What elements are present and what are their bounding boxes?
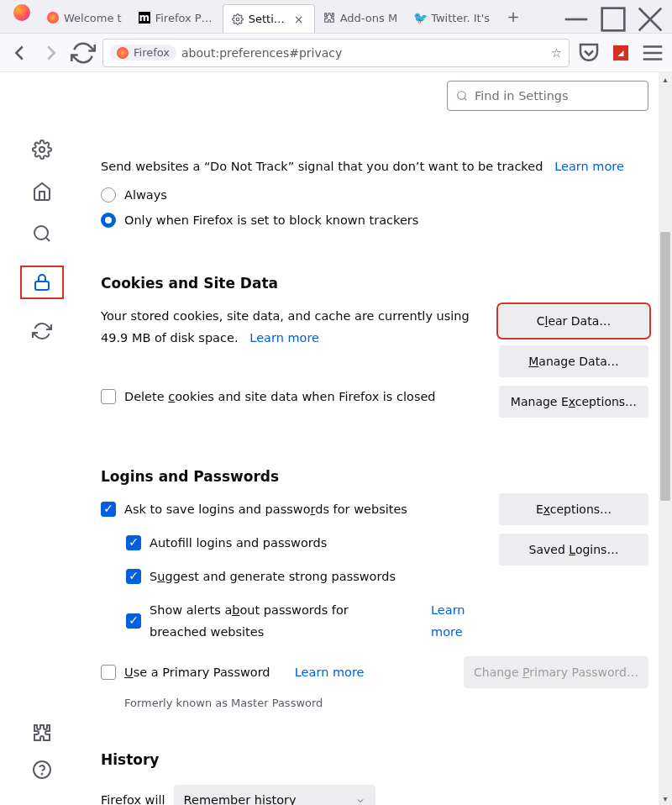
tab-addons[interactable]: Add-ons M — [315, 4, 406, 31]
identity-box[interactable]: Firefox — [110, 45, 176, 61]
settings-sidebar — [0, 72, 84, 805]
svg-point-7 — [458, 92, 465, 99]
dnt-always-label: Always — [124, 188, 167, 202]
dnt-default-label: Only when Firefox is set to block known … — [124, 213, 418, 227]
sidebar-item-sync[interactable] — [32, 321, 52, 341]
tab-welcome[interactable]: Welcome t — [39, 4, 130, 31]
tab-label: Twitter. It's — [431, 12, 490, 24]
primary-password-label: Use a Primary Password — [124, 661, 270, 683]
dnt-intro: Send websites a “Do Not Track” signal th… — [101, 160, 543, 173]
firefox-logo-icon — [13, 4, 30, 21]
mozilla-icon: m — [139, 12, 150, 24]
sidebar-item-help[interactable] — [32, 760, 52, 780]
history-mode-select[interactable]: Remember history — [174, 785, 375, 805]
breach-learn-more-link[interactable]: Learn more — [431, 599, 487, 643]
history-label: Firefox will — [101, 793, 165, 805]
tab-strip: Welcome t m Firefox Priv Settings × Add-… — [0, 0, 672, 34]
tab-label: Add-ons M — [340, 12, 397, 24]
puzzle-icon — [323, 12, 335, 24]
sidebar-item-privacy[interactable] — [32, 272, 52, 292]
autofill-checkbox[interactable]: ✓ — [126, 535, 141, 550]
tab-settings[interactable]: Settings × — [223, 4, 315, 33]
window-maximize-button[interactable] — [595, 6, 632, 33]
clear-data-button[interactable]: Clear Data… — [499, 305, 648, 337]
window-minimize-button[interactable] — [558, 6, 595, 33]
navigation-toolbar: Firefox about:preferences#privacy ☆ ◢ — [0, 34, 672, 72]
settings-main: Find in Settings Send websites a “Do Not… — [84, 72, 672, 805]
new-tab-button[interactable]: + — [501, 8, 525, 25]
sidebar-item-home[interactable] — [32, 182, 52, 202]
sidebar-item-privacy-highlight — [20, 266, 64, 299]
delete-on-close-label: Delete cookies and site data when Firefo… — [124, 386, 436, 408]
primary-password-checkbox[interactable] — [101, 665, 116, 680]
sidebar-item-extensions[interactable] — [32, 723, 52, 743]
primary-learn-more-link[interactable]: Learn more — [295, 661, 365, 683]
saved-logins-button[interactable]: Saved Logins… — [499, 534, 648, 566]
find-in-settings-input[interactable]: Find in Settings — [447, 81, 648, 111]
logins-heading: Logins and Passwords — [101, 468, 648, 485]
cookies-heading: Cookies and Site Data — [101, 275, 648, 292]
reload-button[interactable] — [71, 40, 96, 66]
manage-data-button[interactable]: Manage Data… — [499, 345, 648, 377]
twitter-icon: 🐦 — [414, 12, 426, 24]
breach-alerts-label: Show alerts about passwords for breached… — [150, 599, 407, 643]
url-bar[interactable]: Firefox about:preferences#privacy ☆ — [102, 39, 570, 67]
history-mode-value: Remember history — [184, 793, 297, 805]
svg-rect-4 — [35, 281, 49, 290]
adblock-button[interactable]: ◢ — [608, 40, 633, 66]
tab-label: Settings — [249, 13, 289, 25]
firefox-icon — [117, 47, 129, 59]
sidebar-item-general[interactable] — [32, 139, 52, 160]
cookies-learn-more-link[interactable]: Learn more — [249, 331, 319, 345]
breach-alerts-checkbox[interactable]: ✓ — [126, 613, 141, 629]
dnt-always-radio[interactable] — [101, 187, 116, 203]
manage-exceptions-button[interactable]: Manage Exceptions… — [499, 386, 648, 418]
change-primary-password-button[interactable]: Change Primary Password… — [464, 656, 648, 688]
identity-label: Firefox — [134, 46, 170, 59]
tab-label: Welcome t — [64, 12, 122, 24]
bookmark-star-icon[interactable]: ☆ — [551, 46, 562, 60]
svg-point-3 — [34, 226, 48, 239]
tab-twitter[interactable]: 🐦 Twitter. It's — [406, 4, 498, 31]
back-button[interactable] — [7, 40, 32, 66]
ask-save-passwords-checkbox[interactable]: ✓ — [101, 502, 116, 517]
app-menu-button[interactable] — [640, 40, 665, 66]
chevron-down-icon — [355, 795, 365, 805]
search-icon — [456, 90, 468, 102]
suggest-passwords-checkbox[interactable]: ✓ — [126, 569, 141, 584]
url-text: about:preferences#privacy — [181, 46, 546, 60]
gear-icon — [232, 13, 244, 25]
svg-point-0 — [236, 18, 239, 21]
svg-point-2 — [39, 147, 45, 152]
window-close-button[interactable] — [632, 6, 669, 33]
tab-label: Firefox Priv — [155, 12, 214, 24]
history-heading: History — [101, 751, 648, 768]
svg-point-6 — [42, 774, 43, 775]
logins-exceptions-button[interactable]: Exceptions… — [499, 493, 648, 525]
primary-password-note: Formerly known as Master Password — [124, 697, 648, 709]
sidebar-item-search[interactable] — [32, 224, 52, 244]
dnt-default-radio[interactable] — [101, 213, 116, 228]
svg-rect-1 — [602, 8, 625, 31]
tab-firefox-privacy[interactable]: m Firefox Priv — [130, 4, 223, 31]
dnt-learn-more-link[interactable]: Learn more — [554, 160, 624, 173]
close-tab-button[interactable]: × — [294, 13, 306, 26]
autofill-label: Autofill logins and passwords — [150, 532, 327, 554]
pocket-button[interactable] — [576, 40, 601, 66]
search-placeholder: Find in Settings — [475, 89, 569, 103]
firefox-icon — [47, 12, 59, 24]
ask-save-passwords-label: Ask to save logins and passwords for web… — [124, 498, 407, 520]
forward-button[interactable] — [39, 40, 64, 66]
delete-on-close-checkbox[interactable] — [101, 389, 116, 404]
suggest-passwords-label: Suggest and generate strong passwords — [150, 566, 396, 587]
